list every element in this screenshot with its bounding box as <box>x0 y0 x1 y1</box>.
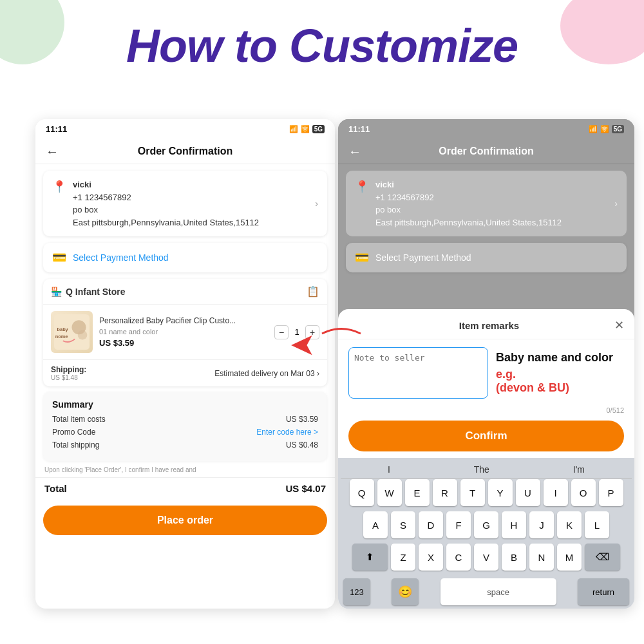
key-r[interactable]: R <box>433 479 457 506</box>
key-s[interactable]: S <box>391 511 415 538</box>
total-item-label: Total item costs <box>52 415 106 424</box>
right-payment-icon: 💳 <box>355 251 369 265</box>
left-payment-row[interactable]: 💳 Select Payment Method <box>43 243 327 272</box>
keyboard-suggestions: I The I'm <box>341 462 632 479</box>
keyboard: I The I'm Q W E R T Y U I O P A S D F <box>338 458 634 609</box>
suggestion-im[interactable]: I'm <box>573 464 585 475</box>
key-t[interactable]: T <box>460 479 485 506</box>
key-emoji[interactable]: 😊 <box>392 578 419 605</box>
note-instructions: Baby name and color e.g. (devon & BU) <box>496 347 624 399</box>
summary-section: Summary Total item costs US $3.59 Promo … <box>43 392 327 461</box>
right-payment-row[interactable]: 💳 Select Payment Method <box>346 243 627 272</box>
key-b[interactable]: B <box>502 544 526 571</box>
keyboard-row-1: Q W E R T Y U I O P <box>341 479 632 506</box>
right-phone: 11:11 📶 🛜 5G ← Order Confirmation 📍 vick… <box>338 119 634 609</box>
key-m[interactable]: M <box>557 544 582 571</box>
summary-item-cost-row: Total item costs US $3.59 <box>52 415 318 424</box>
key-p[interactable]: P <box>599 479 623 506</box>
total-shipping-label: Total shipping <box>52 440 99 450</box>
key-y[interactable]: Y <box>488 479 513 506</box>
right-address-card[interactable]: 📍 vicki +1 1234567892 po box East pittsb… <box>346 171 627 236</box>
confirm-button[interactable]: Confirm <box>348 421 624 451</box>
right-back-button[interactable]: ← <box>348 144 361 159</box>
key-return[interactable]: return <box>578 578 629 605</box>
main-title: How to Customize <box>0 19 644 72</box>
keyboard-bottom: 123 😊 space return <box>341 576 632 609</box>
estimated-date: Estimated delivery on Mar 03 <box>214 369 314 378</box>
right-page-header: ← Order Confirmation <box>338 139 634 164</box>
total-value: US $4.07 <box>285 483 326 494</box>
left-page-title: Order Confirmation <box>138 146 233 157</box>
key-a[interactable]: A <box>363 511 388 538</box>
key-o[interactable]: O <box>571 479 596 506</box>
modal-title: Item remarks <box>364 320 614 331</box>
right-time: 11:11 <box>348 124 370 134</box>
key-shift[interactable]: ⬆ <box>352 544 388 571</box>
promo-value[interactable]: Enter code here > <box>256 428 318 437</box>
qty-decrease-button[interactable]: − <box>274 325 289 339</box>
location-icon: 📍 <box>52 180 66 194</box>
product-row: baby nome Personalized Baby Pacifier Cli… <box>43 305 327 359</box>
shipping-date[interactable]: Estimated delivery on Mar 03 › <box>214 369 319 378</box>
key-e[interactable]: E <box>405 479 430 506</box>
modal-close-button[interactable]: ✕ <box>614 318 624 332</box>
place-order-button[interactable]: Place order <box>43 506 327 535</box>
key-c[interactable]: C <box>446 544 471 571</box>
key-l[interactable]: L <box>585 511 609 538</box>
summary-promo-row[interactable]: Promo Code Enter code here > <box>52 428 318 437</box>
key-u[interactable]: U <box>516 479 540 506</box>
key-n[interactable]: N <box>529 544 554 571</box>
keyboard-row-3: ⬆ Z X C V B N M ⌫ <box>341 544 632 571</box>
key-k[interactable]: K <box>557 511 582 538</box>
store-header: 🏪 Q Infant Store 📋 <box>43 279 327 305</box>
svg-point-4 <box>78 330 88 340</box>
right-address-text: vicki +1 1234567892 po box East pittsbur… <box>375 178 614 229</box>
right-page-title: Order Confirmation <box>439 146 534 157</box>
key-v[interactable]: V <box>474 544 498 571</box>
note-edit-icon[interactable]: 📋 <box>307 285 319 298</box>
product-price: US $3.59 <box>99 338 268 348</box>
key-f[interactable]: F <box>446 511 471 538</box>
address-line2: East pittsburgh,Pennsylvania,United Stat… <box>73 216 315 229</box>
payment-icon: 💳 <box>52 251 66 265</box>
key-space[interactable]: space <box>440 578 556 605</box>
key-delete[interactable]: ⌫ <box>585 544 620 571</box>
keyboard-row-2: A S D F G H J K L <box>341 511 632 538</box>
key-h[interactable]: H <box>502 511 526 538</box>
key-q[interactable]: Q <box>350 479 374 506</box>
key-z[interactable]: Z <box>391 544 415 571</box>
svg-text:baby: baby <box>57 327 69 332</box>
store-name[interactable]: 🏪 Q Infant Store <box>51 287 126 297</box>
left-back-button[interactable]: ← <box>46 144 59 159</box>
address-chevron-icon: › <box>315 198 318 209</box>
key-i[interactable]: I <box>544 479 568 506</box>
shipping-row: Shipping: US $1.48 Estimated delivery on… <box>43 359 327 386</box>
total-label: Total <box>44 483 67 494</box>
right-wifi-icon: 🛜 <box>600 125 609 133</box>
right-address-chevron-icon: › <box>614 198 618 209</box>
right-phone-overlay: 11:11 📶 🛜 5G ← Order Confirmation 📍 vick… <box>338 119 634 319</box>
suggestion-i[interactable]: I <box>388 464 390 475</box>
left-address-card[interactable]: 📍 vicki +1 1234567892 po box East pittsb… <box>43 171 327 236</box>
key-d[interactable]: D <box>419 511 443 538</box>
wifi-icon: 🛜 <box>301 125 310 133</box>
right-status-icons: 📶 🛜 5G <box>589 125 624 133</box>
key-w[interactable]: W <box>377 479 402 506</box>
key-g[interactable]: G <box>474 511 498 538</box>
key-x[interactable]: X <box>419 544 443 571</box>
left-store-section: 🏪 Q Infant Store 📋 baby nome Personalize… <box>43 279 327 386</box>
key-j[interactable]: J <box>529 511 554 538</box>
suggestion-the[interactable]: The <box>474 464 489 475</box>
signal-icon: 📶 <box>289 125 298 133</box>
right-address-phone: +1 1234567892 <box>375 191 614 204</box>
disclaimer-text: Upon clicking 'Place Order', I confirm I… <box>35 466 335 473</box>
key-numbers[interactable]: 123 <box>343 578 370 605</box>
note-to-seller-input[interactable] <box>348 347 488 399</box>
product-image: baby nome <box>51 311 93 353</box>
arrow-decoration <box>316 321 367 349</box>
address-phone: +1 1234567892 <box>73 191 315 204</box>
promo-label: Promo Code <box>52 428 95 437</box>
store-name-label: Q Infant Store <box>66 287 126 297</box>
char-count: 0/512 <box>338 406 634 414</box>
red-arrow: ➤ <box>290 328 316 365</box>
